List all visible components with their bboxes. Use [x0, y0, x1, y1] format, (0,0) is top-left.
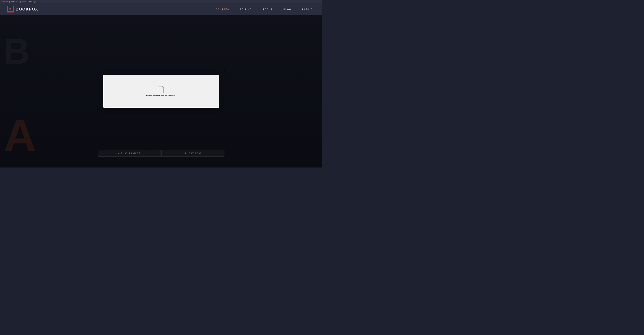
modal-close-button[interactable]: ×	[224, 68, 226, 72]
error-document-icon	[158, 86, 164, 93]
error-message: refused to connect.	[157, 95, 176, 97]
admin-bar-item: |	[10, 1, 10, 2]
nav-courses[interactable]: COURSES	[216, 8, 229, 10]
main-nav: COURSES EDITING ABOUT BLOG PUBLISH	[216, 8, 315, 10]
modal-box: × vimeo.com refused to connect.	[103, 75, 219, 108]
svg-point-2	[160, 90, 160, 90]
admin-bar-item: |	[27, 1, 27, 2]
admin-bar-item: Customize	[11, 1, 19, 2]
nav-blog[interactable]: BLOG	[284, 8, 292, 10]
svg-point-3	[162, 90, 162, 90]
site-header: M BOOKFOX COURSES EDITING ABOUT BLOG PUB…	[0, 3, 322, 15]
error-domain: vimeo.com	[146, 95, 157, 97]
page-bg: B A ▶ PLAY TRAILER 🔔 BUY NOW ×	[0, 15, 322, 167]
modal-overlay: × vimeo.com refused to connect.	[0, 15, 322, 167]
admin-bar: BookFox | Customize | New | Edit Page	[0, 0, 322, 3]
admin-bar-item: |	[20, 1, 21, 2]
admin-bar-item: BookFox	[2, 1, 8, 2]
nav-publish[interactable]: PUBLISH	[302, 8, 315, 10]
nav-about[interactable]: ABOUT	[263, 8, 272, 10]
nav-editing[interactable]: EDITING	[240, 8, 252, 10]
admin-bar-item: New	[22, 1, 26, 2]
logo-text: BOOKFOX	[16, 7, 38, 11]
logo-icon: M	[7, 6, 14, 12]
logo-area[interactable]: M BOOKFOX	[7, 6, 38, 12]
svg-text:M: M	[9, 8, 11, 11]
admin-bar-item: Edit Page	[29, 1, 36, 2]
error-content: vimeo.com refused to connect.	[146, 86, 176, 97]
page-content: B A ▶ PLAY TRAILER 🔔 BUY NOW ×	[0, 15, 322, 167]
error-text: vimeo.com refused to connect.	[146, 95, 176, 97]
